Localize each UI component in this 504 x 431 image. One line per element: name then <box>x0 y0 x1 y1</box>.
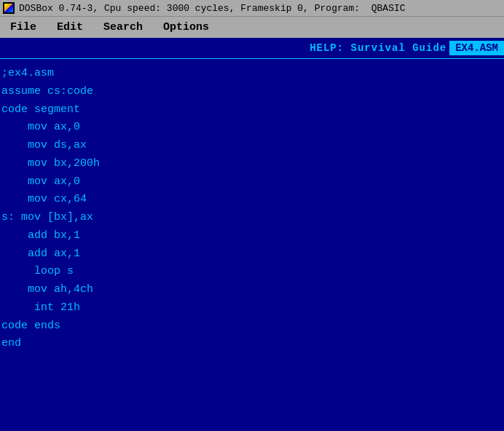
menu-bar: File Edit Search Options <box>0 16 504 38</box>
menu-options[interactable]: Options <box>153 20 219 35</box>
code-line: mov bx,200h <box>1 155 503 173</box>
program-name: QBASIC <box>371 3 406 14</box>
code-line: mov ax,0 <box>1 119 503 137</box>
cpu-speed: 3000 cycles, <box>167 3 235 14</box>
code-line: end <box>1 335 503 353</box>
app-name: DOSBox 0.74-3, Cpu speed: <box>19 3 161 14</box>
frameskip: Frameskip 0, <box>240 3 309 14</box>
editor-area: HELP: Survival Guide EX4.ASM ;ex4.asmass… <box>0 38 504 431</box>
dosbox-icon <box>3 2 15 14</box>
help-label: HELP: Survival Guide <box>310 42 449 54</box>
code-line: int 21h <box>1 299 503 317</box>
title-bar: DOSBox 0.74-3, Cpu speed: 3000 cycles, F… <box>0 0 504 16</box>
code-line: mov ax,0 <box>1 173 503 191</box>
code-line: mov cx,64 <box>1 191 503 209</box>
code-line: code segment <box>1 101 503 119</box>
dosbox-icon-graphic <box>4 4 13 12</box>
menu-edit[interactable]: Edit <box>47 20 93 35</box>
code-line: loop s <box>1 263 503 281</box>
menu-search[interactable]: Search <box>93 20 153 35</box>
separator-line <box>0 58 504 59</box>
code-line: add bx,1 <box>1 227 503 245</box>
code-line: code ends <box>1 317 503 336</box>
program-label: Program: <box>315 3 360 14</box>
code-line: s: mov [bx],ax <box>1 209 503 227</box>
code-line: mov ds,ax <box>1 137 503 155</box>
filename-badge: EX4.ASM <box>449 41 504 55</box>
title-text: DOSBox 0.74-3, Cpu speed: 3000 cycles, F… <box>19 3 406 14</box>
code-line: add ax,1 <box>1 245 503 264</box>
code-line: mov ah,4ch <box>1 281 503 299</box>
code-line: assume cs:code <box>1 83 503 101</box>
top-info-bar: HELP: Survival Guide EX4.ASM <box>0 38 504 58</box>
code-line: ;ex4.asm <box>1 65 503 83</box>
menu-file[interactable]: File <box>0 20 47 35</box>
code-content[interactable]: ;ex4.asmassume cs:codecode segment mov a… <box>0 62 504 356</box>
